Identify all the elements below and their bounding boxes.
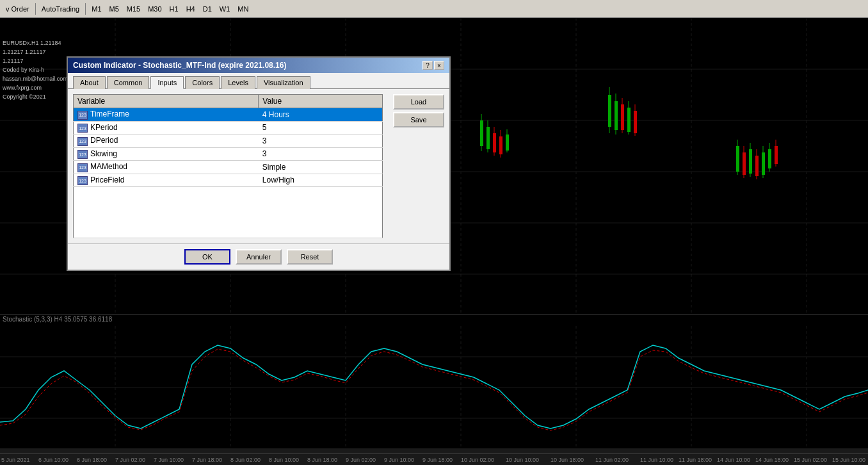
var-pricefield: 123PriceField bbox=[74, 174, 259, 187]
row-icon-slowing: 123 bbox=[77, 150, 88, 159]
params-section: Variable Value 123TimeFrame 4 Hours bbox=[73, 94, 383, 238]
cancel-button[interactable]: Annuler bbox=[236, 249, 282, 265]
row-icon-pricefield: 123 bbox=[77, 176, 88, 185]
var-mamethod: 123MAMethod bbox=[74, 161, 259, 174]
reset-button[interactable]: Reset bbox=[287, 249, 333, 265]
row-icon-timeframe: 123 bbox=[77, 111, 88, 120]
save-button[interactable]: Save bbox=[393, 112, 444, 127]
var-timeframe: 123TimeFrame bbox=[74, 108, 259, 122]
dialog-help-button[interactable]: ? bbox=[422, 61, 433, 70]
val-pricefield: Low/High bbox=[259, 174, 383, 187]
table-row[interactable]: 123KPeriod 5 bbox=[74, 121, 383, 135]
modal-overlay: Custom Indicator - Stochastic_MTF-Ind (e… bbox=[0, 0, 868, 465]
params-table: Variable Value 123TimeFrame 4 Hours bbox=[73, 94, 383, 238]
var-kperiod: 123KPeriod bbox=[74, 121, 259, 135]
tab-colors[interactable]: Colors bbox=[185, 76, 220, 89]
row-icon-kperiod: 123 bbox=[77, 124, 88, 133]
col-variable: Variable bbox=[74, 95, 259, 108]
val-dperiod: 3 bbox=[259, 135, 383, 148]
load-button[interactable]: Load bbox=[393, 94, 444, 110]
table-row[interactable]: 123DPeriod 3 bbox=[74, 135, 383, 148]
dialog-titlebar: Custom Indicator - Stochastic_MTF-Ind (e… bbox=[68, 58, 449, 73]
dialog-controls: ? × bbox=[422, 61, 444, 70]
var-dperiod: 123DPeriod bbox=[74, 135, 259, 148]
table-row[interactable]: 123TimeFrame 4 Hours bbox=[74, 108, 383, 122]
table-row[interactable]: 123Slowing 3 bbox=[74, 147, 383, 161]
row-icon-dperiod: 123 bbox=[77, 137, 88, 146]
table-row-empty bbox=[74, 187, 383, 238]
var-slowing: 123Slowing bbox=[74, 147, 259, 161]
tab-about[interactable]: About bbox=[73, 76, 106, 89]
dialog: Custom Indicator - Stochastic_MTF-Ind (e… bbox=[67, 56, 451, 271]
val-slowing: 3 bbox=[259, 147, 383, 161]
dialog-tabs: About Common Inputs Colors Levels Visual… bbox=[68, 73, 449, 89]
val-kperiod: 5 bbox=[259, 121, 383, 135]
ok-button[interactable]: OK bbox=[184, 249, 230, 265]
dialog-content: Variable Value 123TimeFrame 4 Hours bbox=[68, 89, 449, 243]
dialog-title: Custom Indicator - Stochastic_MTF-Ind (e… bbox=[73, 61, 286, 70]
table-row[interactable]: 123MAMethod Simple bbox=[74, 161, 383, 174]
tab-visualization[interactable]: Visualization bbox=[257, 76, 310, 89]
val-mamethod: Simple bbox=[259, 161, 383, 174]
col-value: Value bbox=[259, 95, 383, 108]
action-buttons: Load Save bbox=[393, 94, 444, 238]
tab-levels[interactable]: Levels bbox=[221, 76, 255, 89]
dialog-close-button[interactable]: × bbox=[434, 61, 444, 70]
tab-inputs[interactable]: Inputs bbox=[150, 76, 184, 89]
val-timeframe: 4 Hours bbox=[259, 108, 383, 122]
dialog-footer: OK Annuler Reset bbox=[68, 243, 449, 270]
tab-common[interactable]: Common bbox=[107, 76, 150, 89]
row-icon-mamethod: 123 bbox=[77, 163, 88, 172]
table-row[interactable]: 123PriceField Low/High bbox=[74, 174, 383, 187]
